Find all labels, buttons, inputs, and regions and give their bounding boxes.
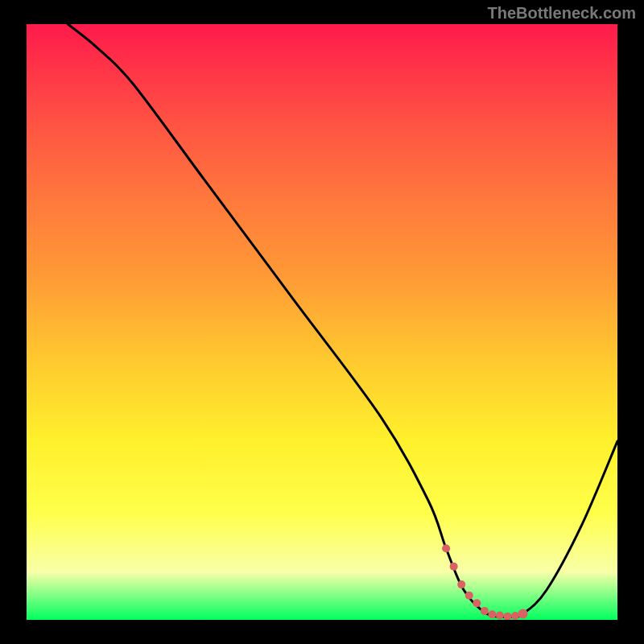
flat-dot (488, 610, 496, 618)
flat-dot (511, 612, 519, 620)
flat-dot (481, 607, 489, 615)
plot-area (27, 24, 617, 620)
flat-dot (457, 580, 465, 588)
curve-layer (27, 24, 617, 620)
flat-dot (465, 592, 473, 600)
watermark-text: TheBottleneck.com (488, 4, 636, 23)
flat-dot (473, 599, 481, 607)
flat-dot (518, 609, 528, 619)
bottleneck-curve (68, 24, 617, 617)
chart-container: TheBottleneck.com (0, 0, 644, 644)
flat-dot (496, 612, 504, 620)
flat-region-dots (442, 544, 527, 620)
flat-dot (503, 613, 511, 620)
flat-dot (442, 544, 450, 552)
flat-dot (450, 563, 458, 571)
